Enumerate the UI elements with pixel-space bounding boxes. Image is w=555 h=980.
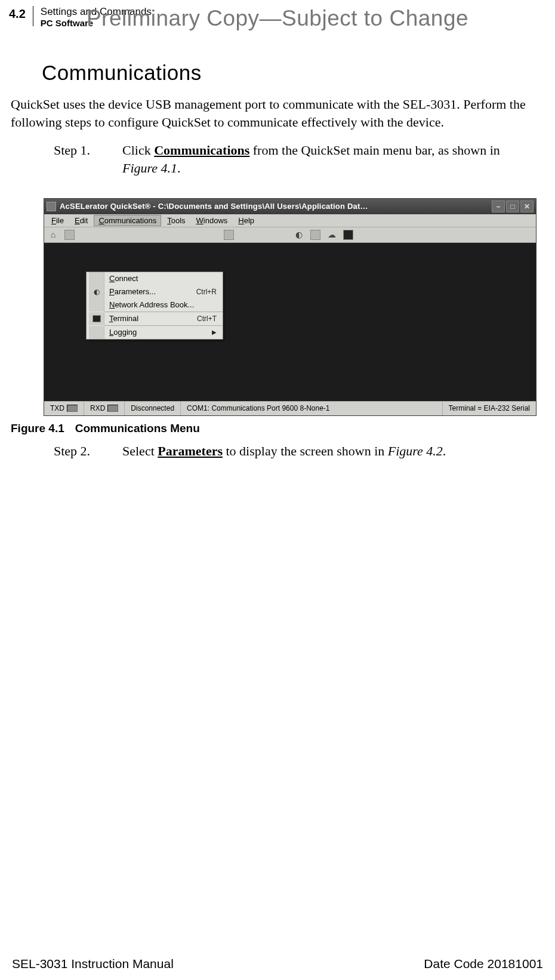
maximize-button[interactable]: □ bbox=[506, 201, 519, 212]
menu-item-logging[interactable]: Logging ▶ bbox=[87, 326, 223, 339]
terminal-icon[interactable] bbox=[343, 230, 353, 240]
page-footer: SEL-3031 Instruction Manual Date Code 20… bbox=[0, 957, 555, 971]
menu-tools[interactable]: Tools bbox=[162, 215, 190, 226]
figure-number: Figure 4.1 bbox=[11, 422, 64, 434]
step-1: Step 1. Click Communications from the Qu… bbox=[54, 141, 537, 177]
page-header: 4.2 Settings and Commands PC Software bbox=[0, 0, 555, 28]
cloud-icon[interactable]: ☁ bbox=[326, 230, 337, 239]
status-port: COM1: Communications Port 9600 8-None-1 bbox=[181, 402, 443, 415]
menu-item-connect[interactable]: Connect bbox=[87, 272, 223, 285]
status-bar: TXD RXD Disconnected COM1: Communication… bbox=[44, 401, 536, 415]
globe-icon: ◐ bbox=[89, 285, 104, 298]
app-window: AcSELerator QuickSet® - C:\Documents and… bbox=[44, 198, 536, 416]
txd-led-icon bbox=[67, 405, 78, 412]
page-number: 4.2 bbox=[9, 6, 33, 26]
close-button[interactable]: ✕ bbox=[520, 201, 534, 212]
subsection-heading: Communications bbox=[42, 61, 555, 85]
figure-caption: Figure 4.1Communications Menu bbox=[11, 422, 555, 435]
section-subtitle: PC Software bbox=[41, 18, 152, 28]
toolbar-icon-3[interactable] bbox=[310, 230, 320, 240]
menu-windows[interactable]: Windows bbox=[192, 215, 233, 226]
step-label: Step 2. bbox=[54, 442, 122, 460]
terminal-icon bbox=[89, 312, 104, 325]
menu-help[interactable]: Help bbox=[233, 215, 259, 226]
home-icon[interactable]: ⌂ bbox=[48, 230, 58, 239]
status-txd: TXD bbox=[44, 402, 84, 415]
step-text: Select Parameters to display the screen … bbox=[122, 442, 537, 460]
toolbar: ⌂ ◐ ☁ bbox=[44, 227, 536, 243]
status-connection: Disconnected bbox=[125, 402, 181, 415]
title-bar[interactable]: AcSELerator QuickSet® - C:\Documents and… bbox=[44, 199, 536, 214]
menu-item-terminal[interactable]: Terminal Ctrl+T bbox=[87, 312, 223, 325]
step-text: Click Communications from the QuickSet m… bbox=[122, 141, 537, 177]
communications-dropdown: Connect ◐ Parameters... Ctrl+R Network A… bbox=[86, 272, 223, 340]
menu-file[interactable]: File bbox=[47, 215, 69, 226]
menu-bar: File Edit Communications Tools Windows H… bbox=[44, 214, 536, 227]
blank-icon bbox=[89, 298, 104, 312]
menu-edit[interactable]: Edit bbox=[70, 215, 92, 226]
figure-title: Communications Menu bbox=[75, 422, 200, 434]
step-2: Step 2. Select Parameters to display the… bbox=[54, 442, 537, 460]
footer-left: SEL-3031 Instruction Manual bbox=[12, 957, 174, 971]
menu-item-parameters[interactable]: ◐ Parameters... Ctrl+R bbox=[87, 285, 223, 298]
status-terminal: Terminal = EIA-232 Serial bbox=[443, 402, 536, 415]
submenu-arrow-icon: ▶ bbox=[212, 329, 217, 335]
blank-icon bbox=[89, 326, 104, 339]
window-title: AcSELerator QuickSet® - C:\Documents and… bbox=[60, 202, 492, 211]
toolbar-icon-1[interactable] bbox=[64, 230, 75, 240]
blank-icon bbox=[89, 272, 104, 285]
menu-item-network-address-book[interactable]: Network Address Book... bbox=[87, 298, 223, 312]
minimize-button[interactable]: – bbox=[492, 201, 505, 212]
app-icon bbox=[47, 202, 56, 211]
menu-communications[interactable]: Communications bbox=[94, 215, 161, 226]
footer-right: Date Code 20181001 bbox=[424, 957, 543, 971]
rxd-led-icon bbox=[107, 405, 118, 412]
globe-icon[interactable]: ◐ bbox=[294, 230, 304, 239]
status-rxd: RXD bbox=[84, 402, 125, 415]
chapter-title: Settings and Commands bbox=[41, 6, 152, 18]
toolbar-icon-2[interactable] bbox=[224, 230, 234, 240]
step-label: Step 1. bbox=[54, 141, 122, 177]
intro-paragraph: QuickSet uses the device USB management … bbox=[11, 95, 537, 131]
